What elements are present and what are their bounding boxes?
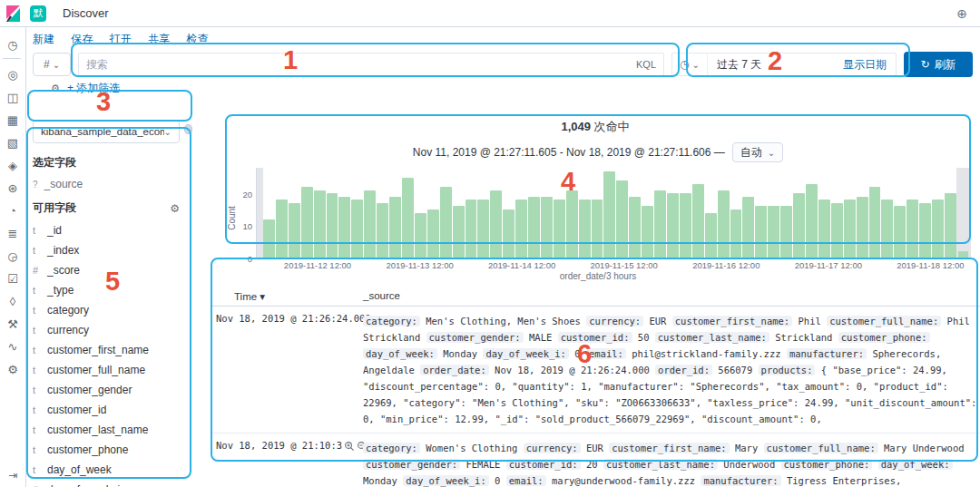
histogram-bar[interactable] — [289, 203, 300, 258]
histogram-bar[interactable] — [919, 203, 931, 258]
histogram-bar[interactable] — [515, 200, 527, 258]
field-item-customer_phone[interactable]: tcustomer_phone — [33, 440, 192, 460]
field-item-day_of_week[interactable]: tday_of_week — [33, 460, 192, 480]
histogram-bar[interactable] — [780, 206, 792, 258]
dashboard-icon[interactable]: ▦ — [3, 110, 23, 130]
field-item-customer_first_name[interactable]: tcustomer_first_name — [33, 340, 192, 360]
histogram-bar[interactable] — [263, 219, 275, 258]
time-picker-quick-menu-button[interactable]: ◷ ⌄ — [672, 54, 708, 75]
newsfeed-icon[interactable]: ⊕ — [956, 6, 967, 21]
histogram-bar[interactable] — [528, 197, 540, 258]
save-button[interactable]: 保存 — [71, 33, 93, 45]
time-column-header[interactable]: Time ▾ — [211, 290, 363, 303]
query-language-button[interactable]: KQL — [636, 59, 656, 70]
field-item-day_of_week_i[interactable]: #day_of_week_i — [33, 480, 192, 487]
filter-options-gear-icon[interactable]: ⚙ — [51, 83, 60, 94]
histogram-bar[interactable] — [857, 197, 868, 258]
space-avatar[interactable]: 默 — [30, 5, 46, 22]
histogram-bar[interactable] — [603, 171, 615, 258]
histogram-bar[interactable] — [692, 184, 704, 258]
apm-icon[interactable]: ◶ — [3, 246, 23, 266]
index-pattern-select[interactable]: kibana_sample_data_ecom... ⌄ — [33, 120, 180, 143]
histogram-bar[interactable] — [705, 213, 717, 258]
histogram-bar[interactable] — [654, 190, 666, 258]
histogram-bar[interactable] — [579, 200, 591, 258]
field-item-_type[interactable]: t_type — [33, 280, 192, 300]
refresh-button[interactable]: ↻ 刷新 — [904, 52, 973, 77]
histogram-bar[interactable] — [440, 187, 452, 258]
histogram-bar[interactable] — [364, 190, 376, 258]
histogram-bar[interactable] — [477, 200, 489, 258]
field-item-customer_last_name[interactable]: tcustomer_last_name — [33, 420, 192, 440]
histogram-bar[interactable] — [730, 209, 742, 258]
histogram-bar[interactable] — [844, 200, 856, 258]
histogram-bar[interactable] — [453, 206, 465, 258]
field-item-_index[interactable]: t_index — [33, 240, 192, 260]
time-range-value[interactable]: 过去 7 天 — [708, 57, 843, 73]
histogram-bar[interactable] — [642, 206, 653, 258]
histogram-bar[interactable] — [932, 200, 944, 258]
histogram-bar[interactable] — [351, 200, 363, 258]
stack-monitoring-icon[interactable]: ∿ — [3, 336, 23, 356]
uptime-icon[interactable]: ☑ — [3, 268, 23, 288]
histogram-bar[interactable] — [831, 203, 843, 258]
inspect-button[interactable]: 检查 — [186, 33, 208, 45]
histogram-bar[interactable] — [503, 209, 514, 258]
machine-learning-icon[interactable]: ⊛ — [3, 178, 23, 198]
histogram-bar[interactable] — [389, 197, 401, 258]
maps-icon[interactable]: ◈ — [3, 155, 23, 175]
histogram-bar[interactable] — [755, 206, 767, 258]
dev-tools-icon[interactable]: ⚒ — [3, 314, 23, 334]
histogram-bar[interactable] — [327, 193, 338, 258]
histogram-bar[interactable] — [276, 200, 288, 258]
field-item-category[interactable]: tcategory — [33, 300, 192, 320]
field-item-customer_full_name[interactable]: tcustomer_full_name — [33, 360, 192, 380]
histogram-bar[interactable] — [301, 187, 313, 258]
field-item-customer_id[interactable]: tcustomer_id — [33, 400, 192, 420]
siem-icon[interactable]: ◊ — [3, 291, 23, 311]
discover-icon[interactable]: ◎ — [3, 64, 23, 84]
histogram-bar[interactable] — [402, 178, 414, 258]
table-row[interactable]: Nov 18, 2019 @ 21:26:24.000category: Men… — [211, 307, 980, 433]
histogram-bar[interactable] — [415, 213, 426, 258]
new-button[interactable]: 新建 — [33, 33, 54, 45]
index-pattern-info-icon[interactable] — [184, 124, 192, 134]
histogram-bar[interactable] — [869, 187, 881, 258]
histogram-bar[interactable] — [466, 200, 477, 258]
canvas-icon[interactable]: ▧ — [3, 132, 23, 152]
histogram-bar[interactable] — [742, 197, 754, 258]
histogram-bar[interactable] — [881, 200, 893, 258]
histogram-bar[interactable] — [793, 193, 805, 258]
saved-query-menu-button[interactable]: # ⌄ — [33, 53, 71, 76]
histogram-bar[interactable] — [680, 193, 691, 258]
histogram-bar[interactable] — [718, 190, 730, 258]
kibana-logo[interactable] — [5, 5, 23, 23]
histogram-bar[interactable] — [806, 184, 818, 258]
histogram-bar[interactable] — [906, 200, 918, 258]
histogram-bar[interactable] — [554, 200, 565, 258]
metrics-icon[interactable]: ◔ — [3, 200, 23, 220]
field-item-customer_gender[interactable]: tcustomer_gender — [33, 380, 192, 400]
share-button[interactable]: 共享 — [148, 33, 170, 45]
search-input[interactable] — [86, 58, 631, 71]
histogram-bar[interactable] — [377, 203, 388, 258]
logs-icon[interactable]: ≣ — [3, 223, 23, 243]
add-filter-button[interactable]: + 添加筛选 — [67, 81, 120, 96]
interval-select[interactable]: 自动 ⌄ — [732, 142, 783, 162]
recently-viewed-icon[interactable]: ◷ — [3, 34, 23, 54]
histogram-bar[interactable] — [314, 190, 326, 258]
show-dates-button[interactable]: 显示日期 — [843, 57, 896, 73]
field-item-currency[interactable]: tcurrency — [33, 320, 192, 340]
histogram-bar[interactable] — [629, 197, 641, 258]
histogram-bar[interactable] — [945, 193, 956, 258]
collapse-nav-icon[interactable]: ⇥ — [0, 469, 26, 482]
table-row[interactable]: Nov 18, 2019 @ 21:10:3category: Women's … — [211, 433, 980, 487]
histogram-bar[interactable] — [490, 190, 502, 258]
histogram-bar[interactable] — [818, 200, 830, 258]
field-item-_source[interactable]: ? _source — [33, 178, 192, 190]
histogram-bar[interactable] — [768, 206, 779, 258]
histogram-bar[interactable] — [616, 180, 628, 258]
zoom-in-icon[interactable] — [344, 440, 355, 453]
histogram-bar[interactable] — [541, 197, 553, 258]
field-settings-gear-icon[interactable]: ⚙ — [170, 202, 180, 215]
